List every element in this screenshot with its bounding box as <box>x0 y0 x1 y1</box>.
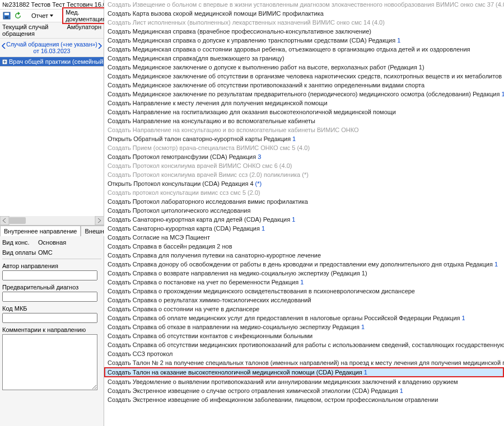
menu-item[interactable]: Создать Санаторно-курортная карта для де… <box>104 215 504 224</box>
comments-label: Комментарии к направлению <box>2 326 101 333</box>
menu-item[interactable]: Создать ССЗ протокол <box>104 349 504 358</box>
menu-item[interactable]: Создать Справка о прохождении медицинско… <box>104 287 504 296</box>
payment-field[interactable] <box>37 249 93 256</box>
menu-item[interactable]: Создать Справка об оплате медицинских ус… <box>104 313 504 322</box>
menu-item: Создать Протокол консилиума врачей ВИМИС… <box>104 161 504 170</box>
comments-field[interactable] <box>2 334 97 390</box>
menu-item: Создать протокол консультации вимис ссз … <box>104 188 504 197</box>
menu-item: Создать Протокол консилиума врачей Вимис… <box>104 170 504 179</box>
referral-tabs: Внутреннее направление Внешнее на <box>0 225 104 236</box>
svg-rect-1 <box>4 13 9 15</box>
report-button[interactable]: Отчет <box>29 12 55 20</box>
consult-kind-field[interactable] <box>37 238 93 246</box>
menu-item[interactable]: Создать Справка о возврате направления н… <box>104 269 504 278</box>
menu-item: Создать Извещение о больном с впервые в … <box>104 0 504 9</box>
prelim-diagnosis-label: Предварительный диагноз <box>2 284 101 291</box>
visit-navigator[interactable]: Случай обращения («не указан») от 16.03.… <box>0 38 104 57</box>
menu-item[interactable]: Создать Медицинское заключение об отсутс… <box>104 81 504 90</box>
menu-item-suffix: 1 <box>397 37 400 44</box>
menu-item-suffix: (2.0) <box>248 189 260 196</box>
menu-item[interactable]: Создать Медицинская справка(для выезжающ… <box>104 54 504 63</box>
menu-item[interactable]: Создать Справка донору об освобождении о… <box>104 260 504 269</box>
menu-item-suffix: (*) <box>302 171 309 178</box>
menu-item-suffix: (4.0) <box>496 1 504 8</box>
tab-internal-referral[interactable]: Внутреннее направление <box>0 226 81 236</box>
menu-item[interactable]: Создать Согласие на МСЭ Пациент <box>104 233 504 242</box>
menu-item-suffix: 3 <box>258 153 261 160</box>
mkb-label: Код МКБ <box>2 305 101 312</box>
mkb-field[interactable] <box>2 313 97 323</box>
chevron-right-icon[interactable] <box>97 43 102 49</box>
menu-item[interactable]: Создать Справка о результатах химико-ток… <box>104 296 504 305</box>
menu-item[interactable]: Создать Талон № 2 на получение специальн… <box>104 358 504 367</box>
menu-item[interactable]: Создать Экстренное извещение о случае ос… <box>104 386 504 395</box>
menu-item[interactable]: Создать Медицинское заключение об отсутс… <box>104 72 504 81</box>
menu-item-suffix: 1 <box>292 135 296 142</box>
svg-rect-2 <box>5 16 8 18</box>
svg-rect-8 <box>9 217 26 224</box>
menu-item[interactable]: Создать Направление на консультацию и во… <box>104 116 504 125</box>
menu-item[interactable]: Создать Справка о состоянии на учете в д… <box>104 305 504 313</box>
menu-item[interactable]: Создать Протокол цитологического исследо… <box>104 206 504 215</box>
menu-item-suffix: 1 <box>364 369 367 376</box>
referral-form: Вид конс. Вид оплаты Автор направления П… <box>0 236 104 394</box>
menu-item[interactable]: Создать Экстренное извещение об инфекцио… <box>104 395 504 404</box>
svg-rect-9 <box>95 216 104 225</box>
menu-item-suffix: 1 <box>501 91 504 97</box>
menu-item-suffix: 1 <box>262 225 265 232</box>
menu-item[interactable]: Открыть Протокол консультации (CDA) Реда… <box>104 179 504 188</box>
menu-item-suffix: (4.0) <box>279 162 292 169</box>
refresh-icon[interactable] <box>13 11 22 20</box>
menu-item-suffix: 1 <box>494 261 498 268</box>
menu-item-suffix: 1 <box>300 279 304 285</box>
menu-item-suffix: 1 <box>400 387 403 394</box>
report-label: Отчет <box>31 12 48 19</box>
horizontal-scrollbar[interactable] <box>0 216 104 225</box>
med-documentation-dropdown: Создать Извещение о больном с впервые в … <box>104 0 504 404</box>
current-case-label: Текущий случай обращения <box>2 24 63 37</box>
menu-item: Создать Прием (осмотр) врача-специалиста… <box>104 143 504 152</box>
menu-item[interactable]: Создать Справка для получения путевки на… <box>104 251 504 260</box>
menu-item[interactable]: Создать Медицинское заключение по резуль… <box>104 90 504 99</box>
menu-item[interactable]: Создать Медицинское заключение о допуске… <box>104 63 504 72</box>
menu-item: Создать Лист исполненных (выполненных) л… <box>104 18 504 27</box>
payment-label: Вид оплаты <box>2 249 35 256</box>
menu-item[interactable]: Открыть Обратный талон санаторно-курортн… <box>104 134 504 143</box>
menu-item[interactable]: Создать Справка о постановке на учет по … <box>104 278 504 287</box>
menu-item[interactable]: Создать Справка об отсутствии контактов … <box>104 331 504 340</box>
toolbar: Отчет Мед. документация <box>0 9 104 22</box>
menu-item[interactable]: Создать Талон на оказание высокотехнолог… <box>104 367 504 377</box>
menu-item-suffix: 1 <box>462 315 465 321</box>
current-case-row: Текущий случай обращения Амбулаторн <box>0 22 104 38</box>
doctor-row[interactable]: Врач общей практики (семейный в <box>0 57 104 66</box>
menu-item[interactable]: Создать Медицинская справка о состоянии … <box>104 45 504 54</box>
menu-item[interactable]: Создать Справка об отказе в направлении … <box>104 322 504 331</box>
visit-line2: от 16.03.2023 <box>1 48 102 54</box>
menu-item[interactable]: Создать Протокол лабораторного исследова… <box>104 197 504 206</box>
consult-kind-label: Вид конс. <box>2 239 35 246</box>
menu-item-suffix: 1 <box>292 216 295 223</box>
doctor-label: Врач общей практики (семейный в <box>9 58 104 65</box>
menu-item[interactable]: Создать Направление на госпитализацию дл… <box>104 107 504 116</box>
menu-item[interactable]: Создать Карта вызова скорой медицинской … <box>104 9 504 18</box>
chevron-down-icon <box>50 15 53 17</box>
menu-item[interactable]: Создать Справка об отсутствии медицински… <box>104 340 504 349</box>
save-icon[interactable] <box>2 11 11 20</box>
svg-rect-7 <box>0 216 9 225</box>
chevron-left-icon[interactable] <box>2 43 6 49</box>
menu-item[interactable]: Создать Протокол гемотрансфузии (CDA) Ре… <box>104 152 504 161</box>
meddoc-label: Мед. документация <box>66 9 106 22</box>
visit-line1: Случай обращения («не указан») <box>1 41 102 48</box>
menu-item-suffix: (*) <box>255 180 262 187</box>
author-field[interactable] <box>2 270 97 280</box>
visit-tree-area <box>0 66 104 216</box>
expand-icon[interactable] <box>2 59 7 64</box>
menu-item[interactable]: Создать Направление к месту лечения для … <box>104 99 504 107</box>
menu-item[interactable]: Создать Медицинская справка (врачебное п… <box>104 27 504 36</box>
menu-item[interactable]: Создать Медицинская справка о допуске к … <box>104 36 504 45</box>
prelim-diagnosis-field[interactable] <box>2 292 97 302</box>
author-label: Автор направления <box>2 263 101 269</box>
menu-item[interactable]: Создать Справка в бассейн редакция 2 нов <box>104 242 504 251</box>
menu-item[interactable]: Создать Санаторно-курортная карта (CDA) … <box>104 224 504 233</box>
menu-item[interactable]: Создать Уведомление о выявлении противоп… <box>104 377 504 386</box>
